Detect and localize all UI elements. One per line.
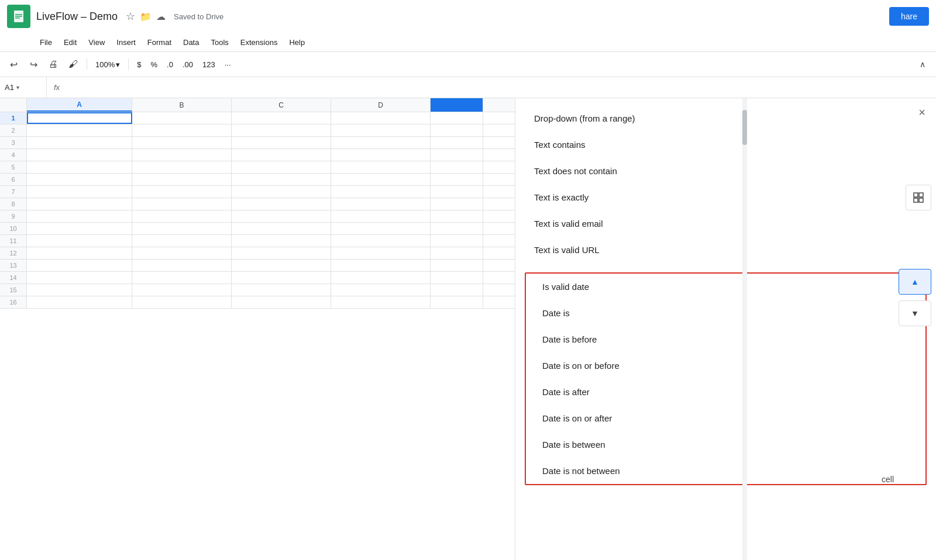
table-row: 5 (0, 161, 515, 174)
zoom-control[interactable]: 100% ▾ (92, 59, 123, 70)
cell-d1[interactable] (331, 112, 431, 124)
cell-a1[interactable] (27, 112, 132, 124)
grid-body: 1 2 3 4 5 6 7 8 9 10 11 12 13 14 15 16 (0, 112, 515, 309)
svg-rect-6 (914, 198, 918, 202)
arrow-down-icon: ▼ (911, 309, 919, 318)
dropdown-upper-section: Drop-down (from a range) Text contains T… (515, 98, 936, 270)
table-row: 12 (0, 247, 515, 260)
decimal-more-button[interactable]: .00 (179, 59, 197, 70)
sheet-area: A B C D 1 2 3 4 5 6 7 8 9 (0, 98, 515, 560)
table-row: 1 (0, 112, 515, 125)
undo-button[interactable]: ↩ (5, 56, 22, 73)
table-row: 13 (0, 260, 515, 272)
menu-bar: File Edit View Insert Format Data Tools … (0, 33, 936, 51)
grid-view-button[interactable] (906, 185, 931, 210)
dropdown-item-dropdown-from-range[interactable]: Drop-down (from a range) (515, 105, 936, 132)
arrow-up-button[interactable]: ▲ (899, 269, 931, 295)
dropdown-item-text-exactly[interactable]: Text is exactly (515, 184, 936, 210)
menu-format[interactable]: Format (143, 36, 176, 49)
cell-e1[interactable] (431, 112, 483, 124)
format-123-button[interactable]: 123 (199, 59, 219, 70)
svg-rect-7 (919, 198, 923, 202)
grid-icon (913, 192, 924, 203)
menu-file[interactable]: File (35, 36, 57, 49)
cell-b1[interactable] (132, 112, 232, 124)
cloud-icon: ☁ (156, 11, 166, 22)
svg-rect-3 (15, 18, 20, 19)
col-header-b[interactable]: B (132, 98, 232, 112)
main-content: A B C D 1 2 3 4 5 6 7 8 9 (0, 98, 936, 560)
dropdown-item-date-is-before[interactable]: Date is before (526, 326, 925, 352)
close-button[interactable]: × (913, 103, 931, 122)
cell-ref-arrow-icon: ▾ (16, 84, 19, 91)
menu-tools[interactable]: Tools (206, 36, 233, 49)
menu-insert[interactable]: Insert (112, 36, 140, 49)
svg-rect-2 (15, 16, 22, 17)
row-num-1: 1 (0, 112, 27, 124)
table-row: 6 (0, 174, 515, 186)
paint-format-button[interactable]: 🖌 (64, 56, 82, 73)
folder-icon[interactable]: 📁 (140, 11, 152, 22)
table-row: 9 (0, 210, 515, 223)
collapse-button[interactable]: ∧ (914, 56, 931, 73)
saved-status: Saved to Drive (174, 12, 223, 21)
dropdown-item-date-is-on-or-after[interactable]: Date is on or after (526, 405, 925, 431)
percent-button[interactable]: % (147, 59, 161, 70)
formula-input[interactable] (67, 77, 936, 98)
dropdown-item-date-is-between[interactable]: Date is between (526, 431, 925, 458)
dropdown-highlighted-section: Is valid date Date is Date is before Dat… (525, 272, 927, 485)
arrow-up-icon: ▲ (911, 277, 919, 286)
zoom-arrow-icon: ▾ (116, 60, 120, 69)
table-row: 2 (0, 125, 515, 137)
col-header-a[interactable]: A (27, 98, 132, 112)
menu-data[interactable]: Data (178, 36, 204, 49)
dropdown-item-date-is-on-or-before[interactable]: Date is on or before (526, 352, 925, 379)
dropdown-item-date-is[interactable]: Date is (526, 300, 925, 326)
table-row: 8 (0, 198, 515, 210)
dropdown-item-text-not-contain[interactable]: Text does not contain (515, 158, 936, 184)
dropdown-item-is-valid-date[interactable]: Is valid date (526, 274, 925, 300)
table-row: 7 (0, 186, 515, 198)
more-options-button[interactable]: ··· (221, 59, 235, 70)
toolbar-separator-2 (128, 58, 129, 70)
share-button[interactable]: hare (889, 7, 929, 26)
formula-bar: A1 ▾ fx (0, 77, 936, 98)
col-header-c[interactable]: C (232, 98, 331, 112)
sheets-logo (7, 5, 30, 28)
dropdown-scrollbar[interactable] (742, 98, 747, 560)
top-bar: LiveFlow – Demo ☆ 📁 ☁ Saved to Drive har… (0, 0, 936, 33)
dropdown-item-date-is-not-between[interactable]: Date is not between (526, 458, 925, 484)
right-panel: × ▲ ▼ cell Drop-down (fro (515, 98, 936, 560)
print-button[interactable]: 🖨 (44, 56, 62, 73)
table-row: 14 (0, 272, 515, 284)
svg-rect-4 (914, 193, 918, 197)
dropdown-item-text-valid-email[interactable]: Text is valid email (515, 210, 936, 237)
cell-c1[interactable] (232, 112, 331, 124)
decimal-less-button[interactable]: .0 (163, 59, 177, 70)
col-header-e[interactable] (431, 98, 483, 112)
menu-view[interactable]: View (84, 36, 109, 49)
cell-label: cell (882, 475, 894, 484)
table-row: 15 (0, 284, 515, 296)
title-icons: ☆ 📁 ☁ (126, 10, 166, 23)
dropdown-item-text-contains[interactable]: Text contains (515, 132, 936, 158)
dropdown-item-text-valid-url[interactable]: Text is valid URL (515, 237, 936, 263)
redo-button[interactable]: ↪ (25, 56, 42, 73)
col-header-d[interactable]: D (331, 98, 431, 112)
currency-button[interactable]: $ (133, 59, 144, 70)
menu-help[interactable]: Help (284, 36, 309, 49)
scrollbar-thumb[interactable] (742, 110, 747, 145)
arrow-down-button[interactable]: ▼ (899, 300, 931, 326)
column-headers: A B C D (0, 98, 515, 112)
menu-extensions[interactable]: Extensions (236, 36, 283, 49)
doc-title: LiveFlow – Demo (36, 11, 118, 23)
cell-reference[interactable]: A1 ▾ (0, 77, 47, 98)
toolbar: ↩ ↪ 🖨 🖌 100% ▾ $ % .0 .00 123 ··· ∧ (0, 51, 936, 77)
star-icon[interactable]: ☆ (126, 10, 135, 23)
table-row: 10 (0, 223, 515, 235)
svg-rect-5 (919, 193, 923, 197)
dropdown-item-date-is-after[interactable]: Date is after (526, 379, 925, 405)
toolbar-separator-1 (87, 58, 87, 70)
menu-edit[interactable]: Edit (59, 36, 81, 49)
table-row: 16 (0, 296, 515, 309)
